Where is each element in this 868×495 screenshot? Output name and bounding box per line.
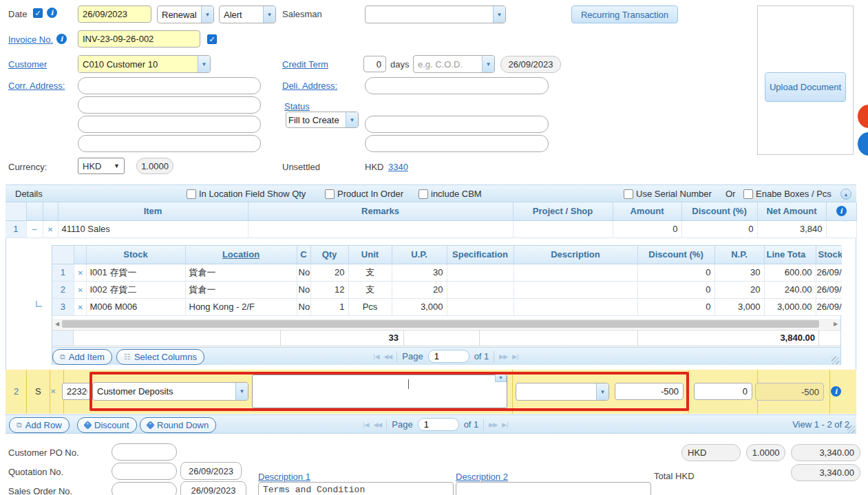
scrollbar-thumb[interactable]	[62, 320, 819, 328]
description1-textarea[interactable]: Terms and Condition	[258, 482, 454, 495]
first-page-icon[interactable]: ∣◀	[372, 353, 379, 360]
alert-select[interactable]: Alert ▼	[219, 6, 276, 23]
discount-button[interactable]: Discount	[77, 417, 137, 433]
deli-address-line3-input[interactable]	[365, 135, 549, 152]
in-location-checkbox[interactable]	[187, 189, 196, 199]
corr-address-label[interactable]: Corr. Address:	[8, 81, 65, 91]
description2-textarea[interactable]	[456, 482, 651, 495]
product-in-order-checkbox[interactable]	[325, 189, 335, 199]
credit-term-days-input[interactable]	[363, 56, 386, 72]
horizontal-scrollbar[interactable]: ◀ ▶	[52, 319, 840, 329]
col-desc: Description	[514, 246, 637, 264]
last-page-icon[interactable]: ▶∣	[512, 353, 518, 360]
deli-address-label[interactable]: Deli. Address:	[282, 81, 337, 91]
last-page-icon[interactable]: ▶∣	[502, 421, 508, 428]
credit-term-type-select[interactable]: e.g. C.O.D. ▼	[413, 55, 495, 73]
status-select[interactable]: Fill to Create ▼	[286, 112, 359, 128]
upload-document-button[interactable]: Upload Document	[765, 72, 846, 102]
date-checkbox[interactable]: ✓	[33, 8, 43, 18]
invoice-no-input[interactable]	[78, 30, 200, 48]
delete-row2-icon[interactable]: ✕	[50, 388, 56, 395]
quotation-no-input[interactable]	[112, 463, 177, 480]
credit-term-label[interactable]: Credit Term	[282, 59, 328, 70]
description1-label[interactable]: Description 1	[258, 472, 310, 482]
prev-page-icon[interactable]: ◀◀	[383, 353, 392, 360]
item-cell[interactable]: 41110 Sales	[58, 220, 248, 238]
unsettled-amount-link[interactable]: 3340	[388, 162, 408, 172]
invoice-no-label[interactable]: Invoice No.	[8, 34, 53, 45]
row2-number: 2	[14, 386, 19, 397]
currency-select[interactable]: HKD ▼	[78, 158, 125, 174]
status-label[interactable]: Status	[284, 101, 310, 112]
floating-blue-button[interactable]	[858, 132, 868, 156]
net-amount-cell: 3,840	[757, 220, 826, 238]
next-page-icon[interactable]: ▶▶	[499, 353, 507, 360]
recurring-transaction-button[interactable]: Recurring Transaction	[571, 6, 678, 23]
customer-select[interactable]: C010 Customer 10 ▼	[78, 55, 211, 73]
first-page-icon[interactable]: ∣◀	[362, 421, 368, 428]
in-location-label: In Location Field Show Qty	[199, 189, 306, 199]
enable-boxes-checkbox[interactable]	[743, 189, 753, 199]
row2-info-icon[interactable]: i	[831, 386, 841, 397]
chevron-down-icon: ▼	[346, 112, 358, 127]
discount-cell[interactable]: 0	[681, 220, 757, 238]
scroll-left-icon[interactable]: ◀	[52, 321, 62, 327]
chevron-down-icon: ▼	[482, 56, 494, 72]
col-stock: Stock	[86, 246, 185, 264]
remarks-cell[interactable]	[248, 220, 513, 238]
resize-grip[interactable]	[832, 357, 839, 364]
row2-account-code-input[interactable]	[62, 383, 92, 400]
collapse-row-icon[interactable]: –	[26, 220, 43, 238]
deli-address-line1-input[interactable]	[365, 77, 549, 94]
floating-red-button[interactable]	[858, 105, 868, 128]
select-caret-icon: ▼	[114, 162, 120, 169]
resize-grip[interactable]	[847, 425, 855, 433]
scroll-right-icon[interactable]: ▶	[831, 321, 840, 327]
renewal-select[interactable]: Renewal ▼	[157, 6, 214, 23]
delete-stock-row-icon[interactable]: ✕	[78, 304, 83, 311]
select-columns-button[interactable]: ☷Select Columns	[116, 349, 204, 365]
date-input[interactable]	[78, 6, 151, 23]
row2-project-select[interactable]: ▼	[516, 383, 609, 401]
col-location[interactable]: Location	[185, 246, 297, 264]
collapse-details-icon[interactable]: ▲	[840, 189, 851, 200]
deli-address-line2-input[interactable]	[365, 116, 549, 133]
customer-po-input[interactable]	[112, 443, 177, 461]
corr-address-line4-input[interactable]	[78, 135, 261, 152]
salesman-select[interactable]: ▼	[365, 6, 506, 23]
col-c: C	[297, 246, 310, 264]
sales-order-no-input[interactable]	[112, 482, 177, 495]
customer-label[interactable]: Customer	[8, 59, 47, 70]
sales-order-date[interactable]: 26/09/2023	[180, 481, 246, 495]
date-info-icon[interactable]: i	[47, 8, 57, 18]
table-info-icon[interactable]: i	[836, 206, 847, 216]
delete-row-icon[interactable]: ✕	[47, 226, 53, 233]
corr-address-line2-input[interactable]	[78, 96, 261, 114]
row2-remarks-textarea[interactable]	[252, 375, 507, 408]
invoice-info-icon[interactable]: i	[56, 34, 67, 44]
row2-account-select[interactable]: Customer Deposits ▼	[92, 382, 248, 401]
add-row-button[interactable]: ⧉Add Row	[9, 417, 70, 433]
row2-discount-input[interactable]	[694, 383, 752, 400]
remarks-expand-icon[interactable]: ▼	[495, 372, 507, 382]
add-item-button[interactable]: ⧉Add Item	[52, 349, 112, 365]
corr-address-line3-input[interactable]	[78, 116, 261, 133]
delete-stock-row-icon[interactable]: ✕	[78, 286, 83, 294]
use-serial-checkbox[interactable]	[624, 189, 633, 199]
description2-label[interactable]: Description 2	[456, 472, 508, 482]
prev-page-icon[interactable]: ◀◀	[373, 421, 381, 428]
corr-address-line1-input[interactable]	[78, 77, 261, 94]
next-page-icon[interactable]: ▶▶	[489, 421, 497, 428]
chevron-down-icon: ▼	[235, 383, 248, 400]
page-input[interactable]	[418, 418, 459, 431]
round-down-button[interactable]: Round Down	[140, 417, 216, 433]
row2-amount-input[interactable]	[615, 383, 684, 400]
project-cell[interactable]	[513, 220, 613, 238]
amount-cell[interactable]: 0	[613, 220, 681, 238]
page-input[interactable]	[428, 350, 469, 363]
quotation-date[interactable]: 26/09/2023	[180, 462, 242, 480]
include-cbm-checkbox[interactable]	[419, 189, 428, 199]
details-header-bar: Details In Location Field Show Qty Produ…	[6, 185, 856, 202]
invoice-checkbox[interactable]: ✓	[207, 34, 217, 44]
delete-stock-row-icon[interactable]: ✕	[78, 269, 83, 277]
